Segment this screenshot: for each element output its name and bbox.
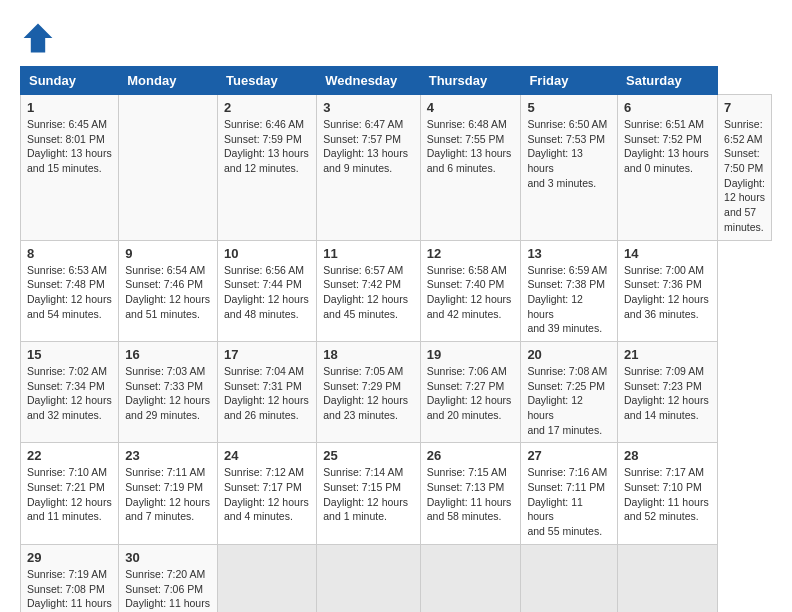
day-number: 25 [323,448,413,463]
day-info: Sunrise: 7:15 AM Sunset: 7:13 PM Dayligh… [427,466,512,522]
day-info: Sunrise: 7:05 AM Sunset: 7:29 PM Dayligh… [323,365,408,421]
table-row: 6Sunrise: 6:51 AM Sunset: 7:52 PM Daylig… [618,95,718,241]
day-info: Sunrise: 7:00 AM Sunset: 7:36 PM Dayligh… [624,264,709,320]
day-number: 13 [527,246,611,261]
day-info: Sunrise: 7:03 AM Sunset: 7:33 PM Dayligh… [125,365,210,421]
table-row: 10Sunrise: 6:56 AM Sunset: 7:44 PM Dayli… [218,240,317,341]
column-header-thursday: Thursday [420,67,521,95]
day-info: Sunrise: 7:04 AM Sunset: 7:31 PM Dayligh… [224,365,309,421]
day-info: Sunrise: 7:17 AM Sunset: 7:10 PM Dayligh… [624,466,709,522]
day-info: Sunrise: 6:45 AM Sunset: 8:01 PM Dayligh… [27,118,112,174]
table-row: 16Sunrise: 7:03 AM Sunset: 7:33 PM Dayli… [119,341,218,442]
day-number: 22 [27,448,112,463]
table-row [521,544,618,612]
column-header-tuesday: Tuesday [218,67,317,95]
day-number: 7 [724,100,765,115]
day-info: Sunrise: 7:16 AM Sunset: 7:11 PM Dayligh… [527,466,607,537]
table-row: 17Sunrise: 7:04 AM Sunset: 7:31 PM Dayli… [218,341,317,442]
svg-marker-0 [24,24,53,53]
day-number: 8 [27,246,112,261]
day-info: Sunrise: 6:53 AM Sunset: 7:48 PM Dayligh… [27,264,112,320]
table-row: 13Sunrise: 6:59 AM Sunset: 7:38 PM Dayli… [521,240,618,341]
day-info: Sunrise: 6:54 AM Sunset: 7:46 PM Dayligh… [125,264,210,320]
day-info: Sunrise: 6:51 AM Sunset: 7:52 PM Dayligh… [624,118,709,174]
table-row: 3Sunrise: 6:47 AM Sunset: 7:57 PM Daylig… [317,95,420,241]
day-info: Sunrise: 7:14 AM Sunset: 7:15 PM Dayligh… [323,466,408,522]
table-row: 8Sunrise: 6:53 AM Sunset: 7:48 PM Daylig… [21,240,119,341]
day-info: Sunrise: 7:09 AM Sunset: 7:23 PM Dayligh… [624,365,709,421]
table-row: 9Sunrise: 6:54 AM Sunset: 7:46 PM Daylig… [119,240,218,341]
day-number: 10 [224,246,310,261]
table-row: 18Sunrise: 7:05 AM Sunset: 7:29 PM Dayli… [317,341,420,442]
day-number: 18 [323,347,413,362]
day-number: 27 [527,448,611,463]
table-row: 14Sunrise: 7:00 AM Sunset: 7:36 PM Dayli… [618,240,718,341]
day-info: Sunrise: 7:12 AM Sunset: 7:17 PM Dayligh… [224,466,309,522]
table-row: 12Sunrise: 6:58 AM Sunset: 7:40 PM Dayli… [420,240,521,341]
day-number: 16 [125,347,211,362]
day-number: 21 [624,347,711,362]
table-row: 27Sunrise: 7:16 AM Sunset: 7:11 PM Dayli… [521,443,618,544]
table-row [420,544,521,612]
header-row: SundayMondayTuesdayWednesdayThursdayFrid… [21,67,772,95]
table-row: 5Sunrise: 6:50 AM Sunset: 7:53 PM Daylig… [521,95,618,241]
day-number: 28 [624,448,711,463]
table-row [218,544,317,612]
day-info: Sunrise: 6:57 AM Sunset: 7:42 PM Dayligh… [323,264,408,320]
logo-icon [20,20,56,56]
column-header-monday: Monday [119,67,218,95]
day-number: 29 [27,550,112,565]
table-row [317,544,420,612]
table-row: 21Sunrise: 7:09 AM Sunset: 7:23 PM Dayli… [618,341,718,442]
day-info: Sunrise: 6:52 AM Sunset: 7:50 PM Dayligh… [724,118,765,233]
calendar-table: SundayMondayTuesdayWednesdayThursdayFrid… [20,66,772,612]
column-header-saturday: Saturday [618,67,718,95]
day-info: Sunrise: 6:56 AM Sunset: 7:44 PM Dayligh… [224,264,309,320]
day-number: 6 [624,100,711,115]
day-number: 20 [527,347,611,362]
day-info: Sunrise: 6:59 AM Sunset: 7:38 PM Dayligh… [527,264,607,335]
table-row: 1Sunrise: 6:45 AM Sunset: 8:01 PM Daylig… [21,95,119,241]
logo [20,20,62,56]
day-info: Sunrise: 7:08 AM Sunset: 7:25 PM Dayligh… [527,365,607,436]
day-number: 15 [27,347,112,362]
table-row: 26Sunrise: 7:15 AM Sunset: 7:13 PM Dayli… [420,443,521,544]
page-header [20,20,772,56]
day-info: Sunrise: 7:11 AM Sunset: 7:19 PM Dayligh… [125,466,210,522]
day-number: 2 [224,100,310,115]
day-info: Sunrise: 6:50 AM Sunset: 7:53 PM Dayligh… [527,118,607,189]
table-row: 28Sunrise: 7:17 AM Sunset: 7:10 PM Dayli… [618,443,718,544]
table-row [618,544,718,612]
day-number: 9 [125,246,211,261]
day-info: Sunrise: 7:20 AM Sunset: 7:06 PM Dayligh… [125,568,210,612]
calendar-week-4: 29Sunrise: 7:19 AM Sunset: 7:08 PM Dayli… [21,544,772,612]
table-row: 22Sunrise: 7:10 AM Sunset: 7:21 PM Dayli… [21,443,119,544]
column-header-friday: Friday [521,67,618,95]
calendar-week-3: 22Sunrise: 7:10 AM Sunset: 7:21 PM Dayli… [21,443,772,544]
day-number: 19 [427,347,515,362]
table-row: 7Sunrise: 6:52 AM Sunset: 7:50 PM Daylig… [718,95,772,241]
day-number: 24 [224,448,310,463]
day-info: Sunrise: 6:48 AM Sunset: 7:55 PM Dayligh… [427,118,512,174]
day-number: 26 [427,448,515,463]
day-info: Sunrise: 7:19 AM Sunset: 7:08 PM Dayligh… [27,568,112,612]
table-row: 2Sunrise: 6:46 AM Sunset: 7:59 PM Daylig… [218,95,317,241]
table-row: 25Sunrise: 7:14 AM Sunset: 7:15 PM Dayli… [317,443,420,544]
table-row: 29Sunrise: 7:19 AM Sunset: 7:08 PM Dayli… [21,544,119,612]
day-number: 11 [323,246,413,261]
day-number: 12 [427,246,515,261]
day-info: Sunrise: 6:46 AM Sunset: 7:59 PM Dayligh… [224,118,309,174]
table-row: 30Sunrise: 7:20 AM Sunset: 7:06 PM Dayli… [119,544,218,612]
table-row: 23Sunrise: 7:11 AM Sunset: 7:19 PM Dayli… [119,443,218,544]
table-row: 11Sunrise: 6:57 AM Sunset: 7:42 PM Dayli… [317,240,420,341]
day-number: 30 [125,550,211,565]
table-row: 20Sunrise: 7:08 AM Sunset: 7:25 PM Dayli… [521,341,618,442]
table-row: 19Sunrise: 7:06 AM Sunset: 7:27 PM Dayli… [420,341,521,442]
column-header-wednesday: Wednesday [317,67,420,95]
calendar-week-0: 1Sunrise: 6:45 AM Sunset: 8:01 PM Daylig… [21,95,772,241]
table-row: 15Sunrise: 7:02 AM Sunset: 7:34 PM Dayli… [21,341,119,442]
table-row: 4Sunrise: 6:48 AM Sunset: 7:55 PM Daylig… [420,95,521,241]
day-number: 23 [125,448,211,463]
calendar-week-1: 8Sunrise: 6:53 AM Sunset: 7:48 PM Daylig… [21,240,772,341]
day-number: 17 [224,347,310,362]
